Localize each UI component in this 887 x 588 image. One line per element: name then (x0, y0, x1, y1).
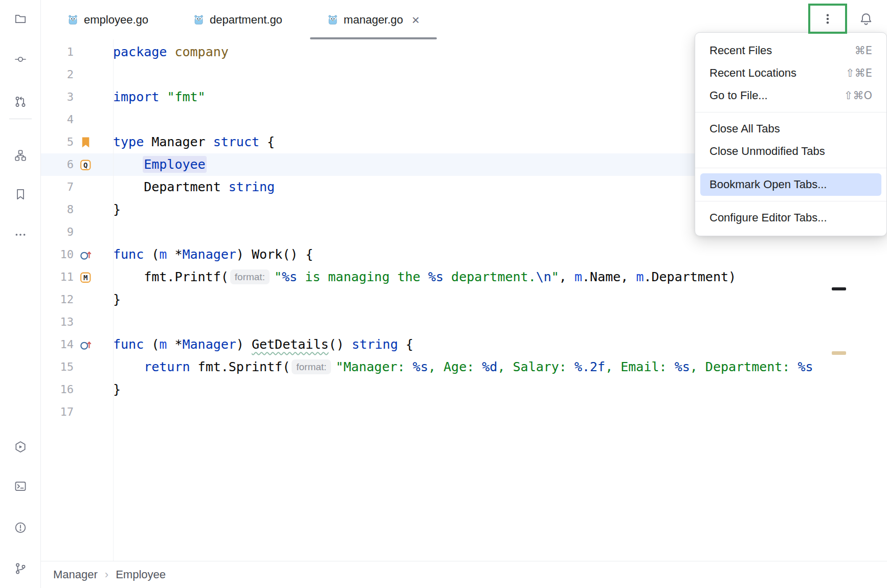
tool-window-stripe (0, 0, 41, 588)
tab-label: department.go (210, 13, 282, 27)
line-number[interactable]: 7 (41, 176, 74, 198)
line-number[interactable]: 6 (41, 153, 74, 176)
code-token: type (113, 134, 144, 149)
menu-item-close-all-tabs[interactable]: Close All Tabs (700, 118, 881, 140)
menu-item-shortcut: ⇧⌘E (846, 67, 872, 79)
line-number[interactable]: 2 (41, 63, 74, 86)
code-token: "fmt" (167, 89, 205, 104)
tab-options-icon[interactable] (821, 12, 834, 26)
mnemonic-Q-icon[interactable]: Q (79, 159, 92, 171)
code-token (113, 157, 144, 172)
tab-manager-go[interactable]: manager.go× (305, 0, 442, 39)
breadcrumb-item-employee[interactable]: Employee (116, 568, 166, 581)
code-line-13: 13 (41, 311, 887, 333)
version-control-icon[interactable] (14, 562, 27, 575)
menu-item-recent-files[interactable]: Recent Files⌘E (700, 39, 881, 62)
code-token: %d (482, 359, 497, 374)
line-number[interactable]: 12 (41, 288, 74, 311)
svg-text:Q: Q (83, 161, 87, 169)
bookmark-icon[interactable] (79, 136, 92, 149)
override-icon[interactable] (79, 248, 92, 261)
line-number[interactable]: 16 (41, 378, 74, 401)
code-text: fmt.Printf(format:"%s is managing the %s… (113, 266, 736, 288)
code-token: string (352, 337, 398, 352)
code-token: { (398, 337, 413, 352)
pull-requests-icon[interactable] (14, 95, 27, 108)
code-text: } (113, 288, 121, 311)
code-token: func (113, 337, 144, 352)
code-line-16: 16} (41, 378, 887, 401)
bookmarks-icon[interactable] (14, 188, 27, 201)
code-token: ) Work() { (236, 247, 314, 262)
code-token: Manager (183, 247, 236, 262)
gutter (74, 63, 113, 86)
go-file-icon (68, 14, 78, 25)
code-token (113, 359, 144, 374)
close-tab-icon[interactable]: × (412, 13, 419, 27)
code-token (159, 89, 167, 104)
code-token: } (113, 382, 121, 397)
line-number[interactable]: 4 (41, 108, 74, 131)
code-token: m (574, 269, 582, 284)
code-token: m (159, 337, 167, 352)
code-text: return fmt.Sprintf(format:"Manager: %s, … (113, 356, 813, 378)
commit-icon[interactable] (14, 53, 27, 66)
tab-department-go[interactable]: department.go (171, 0, 305, 39)
gutter (74, 356, 113, 378)
gutter (74, 131, 113, 153)
line-number[interactable]: 1 (41, 41, 74, 63)
line-number[interactable]: 3 (41, 86, 74, 108)
code-token: %s (797, 359, 813, 374)
override-icon[interactable] (79, 338, 92, 351)
code-text: } (113, 378, 121, 401)
gutter (74, 221, 113, 243)
line-number[interactable]: 13 (41, 311, 74, 333)
gutter (74, 176, 113, 198)
line-number[interactable]: 8 (41, 198, 74, 221)
breadcrumb-item-manager[interactable]: Manager (53, 568, 98, 581)
code-text: type Manager struct { (113, 131, 275, 153)
menu-item-configure-editor-tabs[interactable]: Configure Editor Tabs... (700, 207, 881, 229)
code-token: company (174, 44, 228, 59)
line-number[interactable]: 10 (41, 243, 74, 266)
code-token: m (159, 247, 167, 262)
code-token: fmt.Sprintf( (190, 359, 291, 374)
line-number[interactable]: 11 (41, 266, 74, 288)
more-tool-windows-icon[interactable] (14, 228, 27, 241)
code-token: %s (428, 269, 444, 284)
line-number[interactable]: 15 (41, 356, 74, 378)
line-number[interactable]: 14 (41, 333, 74, 356)
menu-item-go-to-file[interactable]: Go to File...⇧⌘O (700, 84, 881, 107)
line-number[interactable]: 17 (41, 401, 74, 423)
svg-text:M: M (83, 273, 87, 281)
code-token: { (259, 134, 275, 149)
line-number[interactable]: 9 (41, 221, 74, 243)
line-number[interactable]: 5 (41, 131, 74, 153)
code-token: () (328, 337, 351, 352)
services-icon[interactable] (14, 440, 27, 454)
stripe-separator (9, 119, 32, 119)
notifications-icon[interactable] (859, 12, 873, 26)
menu-item-label: Close Unmodified Tabs (709, 145, 825, 158)
tab-employee-go[interactable]: employee.go (45, 0, 171, 39)
menu-item-close-unmodified-tabs[interactable]: Close Unmodified Tabs (700, 140, 881, 163)
menu-separator (695, 112, 886, 112)
project-icon[interactable] (14, 12, 27, 26)
menu-item-recent-locations[interactable]: Recent Locations⇧⌘E (700, 62, 881, 84)
code-token: Manager (144, 134, 213, 149)
structure-icon[interactable] (14, 149, 27, 162)
code-line-11: 11M fmt.Printf(format:"%s is managing th… (41, 266, 887, 288)
code-token: } (113, 292, 121, 307)
mnemonic-M-icon[interactable]: M (79, 271, 92, 284)
code-token: " (551, 269, 559, 284)
tab-label: employee.go (84, 13, 148, 27)
gutter (74, 333, 113, 356)
code-token: \n (536, 269, 551, 284)
annotation-highlight-box (808, 4, 847, 34)
menu-item-bookmark-open-tabs[interactable]: Bookmark Open Tabs... (700, 173, 881, 196)
code-token: package (113, 44, 167, 59)
problems-icon[interactable] (14, 521, 27, 534)
code-token: " (274, 269, 282, 284)
terminal-icon[interactable] (14, 480, 27, 493)
code-token: Manager (183, 337, 236, 352)
